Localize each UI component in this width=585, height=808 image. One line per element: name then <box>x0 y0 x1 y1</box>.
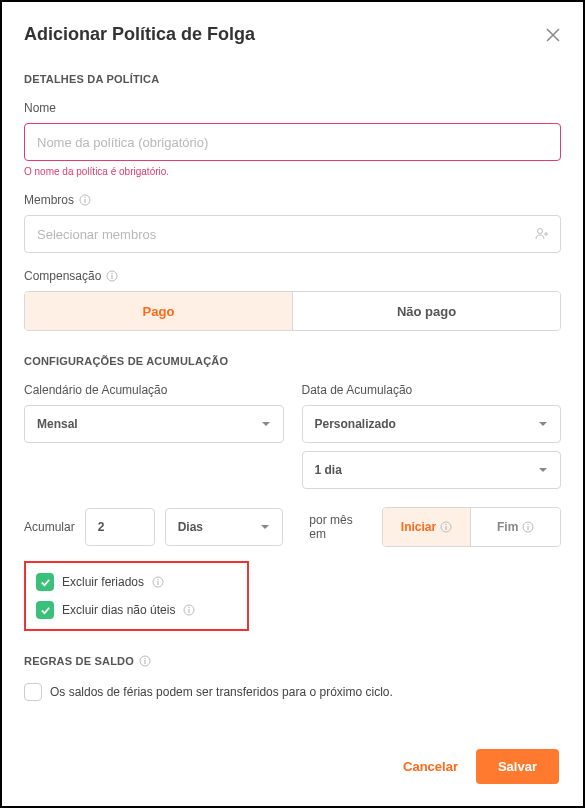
svg-point-1 <box>84 197 85 198</box>
save-button[interactable]: Salvar <box>476 749 559 784</box>
chevron-down-icon <box>260 522 270 532</box>
svg-point-11 <box>528 524 529 525</box>
accrual-date-value: Personalizado <box>315 417 396 431</box>
schedule-select[interactable]: Mensal <box>24 405 284 443</box>
accrue-amount-input[interactable] <box>85 508 155 546</box>
info-icon <box>183 604 195 616</box>
name-error: O nome da política é obrigatório. <box>24 166 561 177</box>
exclude-nonwork-checkbox[interactable] <box>36 601 54 619</box>
svg-rect-18 <box>189 609 190 613</box>
chevron-down-icon <box>261 419 271 429</box>
timing-start[interactable]: Iniciar <box>383 508 472 546</box>
svg-point-3 <box>538 229 543 234</box>
svg-point-17 <box>189 607 190 608</box>
info-icon <box>440 521 452 533</box>
carryover-label: Os saldos de férias podem ser transferid… <box>50 685 393 699</box>
svg-rect-9 <box>446 526 447 530</box>
close-icon[interactable] <box>545 27 561 43</box>
svg-rect-21 <box>144 660 145 664</box>
accrue-label: Acumular <box>24 520 75 534</box>
name-input[interactable] <box>24 123 561 161</box>
info-icon <box>79 194 91 206</box>
compensation-paid[interactable]: Pago <box>25 292 293 330</box>
accrual-date-label: Data de Acumulação <box>302 383 562 397</box>
members-label-text: Membros <box>24 193 74 207</box>
info-icon <box>106 270 118 282</box>
timing-end-label: Fim <box>497 520 518 534</box>
add-user-icon[interactable] <box>535 227 549 241</box>
svg-point-5 <box>112 273 113 274</box>
accrual-custom-day-select[interactable]: 1 dia <box>302 451 562 489</box>
balance-title-text: REGRAS DE SALDO <box>24 655 134 667</box>
schedule-value: Mensal <box>37 417 78 431</box>
compensation-unpaid[interactable]: Não pago <box>293 292 560 330</box>
svg-rect-15 <box>157 581 158 585</box>
svg-point-14 <box>157 579 158 580</box>
compensation-label: Compensação <box>24 269 561 283</box>
compensation-label-text: Compensação <box>24 269 101 283</box>
svg-point-8 <box>445 524 446 525</box>
carryover-checkbox[interactable] <box>24 683 42 701</box>
exclude-nonwork-label: Excluir dias não úteis <box>62 603 175 617</box>
svg-rect-12 <box>528 526 529 530</box>
svg-point-20 <box>144 658 145 659</box>
info-icon <box>139 655 151 667</box>
accrual-date-select[interactable]: Personalizado <box>302 405 562 443</box>
per-month-text: por mês em <box>309 513 371 541</box>
timing-end[interactable]: Fim <box>471 508 560 546</box>
exclude-holidays-checkbox[interactable] <box>36 573 54 591</box>
check-icon <box>40 577 51 588</box>
name-label: Nome <box>24 101 561 115</box>
members-label: Membros <box>24 193 561 207</box>
accrue-unit-select[interactable]: Dias <box>165 508 284 546</box>
members-input[interactable] <box>24 215 561 253</box>
exclude-holidays-label: Excluir feriados <box>62 575 144 589</box>
modal-title: Adicionar Política de Folga <box>24 24 255 45</box>
chevron-down-icon <box>538 419 548 429</box>
accrue-unit-value: Dias <box>178 520 203 534</box>
cancel-button[interactable]: Cancelar <box>403 759 458 774</box>
accrual-timing-toggle: Iniciar Fim <box>382 507 561 547</box>
section-policy-details: DETALHES DA POLÍTICA <box>24 73 561 85</box>
timing-start-label: Iniciar <box>401 520 436 534</box>
compensation-toggle: Pago Não pago <box>24 291 561 331</box>
schedule-label: Calendário de Acumulação <box>24 383 284 397</box>
exclude-highlight: Excluir feriados Excluir dias não úteis <box>24 561 249 631</box>
svg-rect-6 <box>112 275 113 279</box>
check-icon <box>40 605 51 616</box>
chevron-down-icon <box>538 465 548 475</box>
info-icon <box>152 576 164 588</box>
section-accrual: CONFIGURAÇÕES DE ACUMULAÇÃO <box>24 355 561 367</box>
accrual-custom-day-value: 1 dia <box>315 463 342 477</box>
info-icon <box>522 521 534 533</box>
svg-rect-2 <box>84 199 85 203</box>
section-balance-rules: REGRAS DE SALDO <box>24 655 561 667</box>
